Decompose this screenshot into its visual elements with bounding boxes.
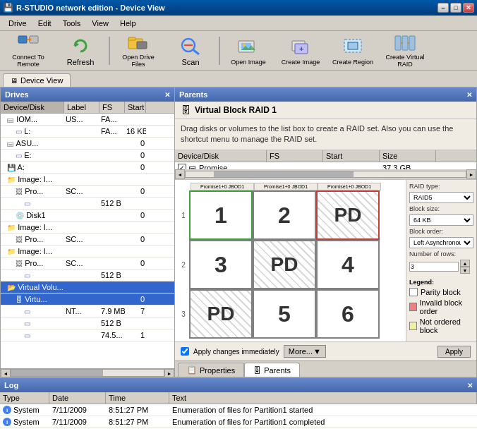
tree-cell-label: NT...: [64, 306, 99, 316]
block-order-label: Block order:: [409, 228, 473, 235]
tree-item[interactable]: 🗄 Virtu... 0: [1, 293, 174, 305]
tree-item[interactable]: ▭ 512 B: [1, 317, 174, 329]
tree-item[interactable]: ▭ 74.5... 1: [1, 329, 174, 341]
tree-cell-label: SC...: [64, 258, 99, 268]
raid-cell[interactable]: 1: [189, 190, 253, 240]
num-rows-input[interactable]: [409, 262, 459, 272]
toolbar-sep-2: [219, 37, 220, 65]
parents-description: Drag disks or volumes to the list box to…: [175, 119, 476, 150]
tree-cell-name: ▭: [1, 318, 64, 328]
create-virtual-raid-button[interactable]: Create Virtual RAID: [380, 33, 430, 68]
hscroll-thumb[interactable]: [11, 370, 103, 376]
tree-item[interactable]: ▭ 512 B: [1, 198, 174, 210]
col-device[interactable]: Device/Disk: [1, 102, 64, 113]
hscroll-left[interactable]: ◄: [175, 169, 185, 179]
refresh-button[interactable]: Refresh: [55, 33, 106, 68]
hscroll-track[interactable]: [11, 369, 164, 377]
raid-cell[interactable]: 4: [316, 240, 380, 289]
tree-item[interactable]: ▭ L: FA... 16 KB: [1, 126, 174, 138]
tree-cell-name: ▭ E:: [1, 150, 64, 160]
block-size-select[interactable]: 64 KB: [409, 214, 473, 226]
drives-panel-close[interactable]: ✕: [164, 91, 170, 99]
tree-cell-label: [64, 322, 99, 324]
maximize-button[interactable]: □: [450, 3, 461, 13]
close-button[interactable]: ✕: [463, 3, 474, 13]
log-cell-type: i System: [0, 405, 49, 415]
tree-item[interactable]: ▭ NT... 7.9 MB 7: [1, 305, 174, 317]
tree-item[interactable]: 📁 Image: I...: [1, 246, 174, 258]
col-fs[interactable]: FS: [99, 102, 125, 113]
num-rows-down[interactable]: ▼: [460, 267, 470, 274]
tree-item[interactable]: 📁 Image: I...: [1, 174, 174, 186]
log-cell-text: Enumeration of files for Partition1 comp…: [169, 417, 477, 427]
raid-cell[interactable]: PD: [189, 289, 253, 339]
menu-drive[interactable]: Drive: [3, 18, 32, 29]
raid-cell[interactable]: 2: [253, 190, 316, 240]
tab-parents[interactable]: 🗄 Parents: [244, 363, 300, 377]
tree-item[interactable]: ▭ 512 B: [1, 270, 174, 281]
block-order-select[interactable]: Left Asynchronous: [409, 237, 473, 248]
tree-cell-label: [64, 250, 99, 252]
ptable-cell-size: 37.3 GB: [380, 162, 436, 169]
connect-to-remote-button[interactable]: Connect To Remote: [3, 33, 54, 68]
minimize-button[interactable]: –: [437, 3, 449, 13]
ptable-col-device: Device/Disk: [175, 150, 267, 162]
tree-cell-label: [64, 178, 99, 180]
tree-cell-label: SC...: [64, 186, 99, 196]
tree-cell-label: [64, 131, 99, 132]
log-cell-text: Enumeration of files for Partition1 star…: [169, 405, 477, 415]
tree-item[interactable]: 🖼 Pro... SC... 0: [1, 186, 174, 198]
tree-item[interactable]: 🖼 Pro... SC... 0: [1, 258, 174, 270]
tree-item[interactable]: 🖼 Pro... SC... 0: [1, 234, 174, 246]
menu-help[interactable]: Help: [114, 18, 142, 29]
scroll-right-btn[interactable]: ►: [164, 369, 174, 377]
hscroll-right[interactable]: ►: [466, 169, 476, 179]
tree-item[interactable]: 💾 A: 0: [1, 162, 174, 174]
tab-properties[interactable]: 📋 Properties: [178, 363, 244, 377]
table-row[interactable]: ✓ 🖴 Promise... 37.3 GB: [175, 162, 476, 169]
col-start[interactable]: Start: [125, 102, 146, 113]
drives-hscroll[interactable]: ◄ ►: [1, 368, 174, 377]
scroll-left-btn[interactable]: ◄: [1, 369, 11, 377]
raid-cell[interactable]: PD: [253, 240, 316, 289]
tree-item[interactable]: 📁 Image: I...: [1, 222, 174, 234]
log-close[interactable]: ✕: [467, 382, 473, 389]
tree-item[interactable]: 🖴 ASU... 0: [1, 138, 174, 150]
menu-edit[interactable]: Edit: [32, 18, 57, 29]
apply-button[interactable]: Apply: [437, 346, 471, 358]
tree-item[interactable]: 🖴 IOM... US... FA...: [1, 114, 174, 126]
parents-hscroll[interactable]: ◄ ►: [175, 169, 476, 179]
raid-cell[interactable]: 5: [253, 289, 316, 339]
tree-item[interactable]: 💿 Disk1 0: [1, 210, 174, 222]
menu-view[interactable]: View: [86, 18, 114, 29]
parents-dialog-title: Virtual Block RAID 1: [195, 105, 277, 115]
col-label[interactable]: Label: [64, 102, 99, 113]
image-icon: 🖼: [16, 188, 23, 195]
create-region-button[interactable]: Create Region: [327, 33, 378, 68]
scan-button[interactable]: Scan: [165, 33, 216, 68]
tree-cell-start: [125, 250, 146, 252]
raid-cell[interactable]: PD: [316, 190, 380, 240]
raid-cell[interactable]: 3: [189, 240, 253, 289]
folder-open-icon: 📂: [7, 284, 16, 291]
log-row[interactable]: i System 7/11/2009 8:51:27 PM Enumeratio…: [0, 416, 477, 428]
tree-item[interactable]: 📂 Virtual Volu...: [1, 281, 174, 293]
hscroll-thumb[interactable]: [214, 171, 354, 177]
raid-cell[interactable]: 6: [316, 289, 380, 339]
raid-row: 2 3 PD 4: [178, 240, 403, 289]
raid-type-select[interactable]: RAID5: [409, 192, 473, 203]
tab-device-view[interactable]: 🖥 Device View: [3, 73, 71, 87]
apply-immediately-checkbox[interactable]: [181, 347, 189, 356]
open-image-button[interactable]: Open Image: [223, 33, 274, 68]
num-rows-up[interactable]: ▲: [460, 260, 470, 267]
parents-close[interactable]: ✕: [466, 91, 472, 99]
tree-item[interactable]: ▭ E: 0: [1, 150, 174, 162]
more-button[interactable]: More... ▼: [284, 345, 326, 358]
log-row[interactable]: i System 7/11/2009 8:51:27 PM Enumeratio…: [0, 404, 477, 416]
create-image-button[interactable]: + Create Image: [275, 33, 326, 68]
open-drive-files-button[interactable]: Open Drive Files: [113, 33, 164, 68]
hscroll-track[interactable]: [185, 171, 466, 178]
raid-row-num: 3: [178, 309, 189, 320]
row-checkbox[interactable]: ✓: [178, 164, 186, 169]
menu-tools[interactable]: Tools: [57, 18, 87, 29]
